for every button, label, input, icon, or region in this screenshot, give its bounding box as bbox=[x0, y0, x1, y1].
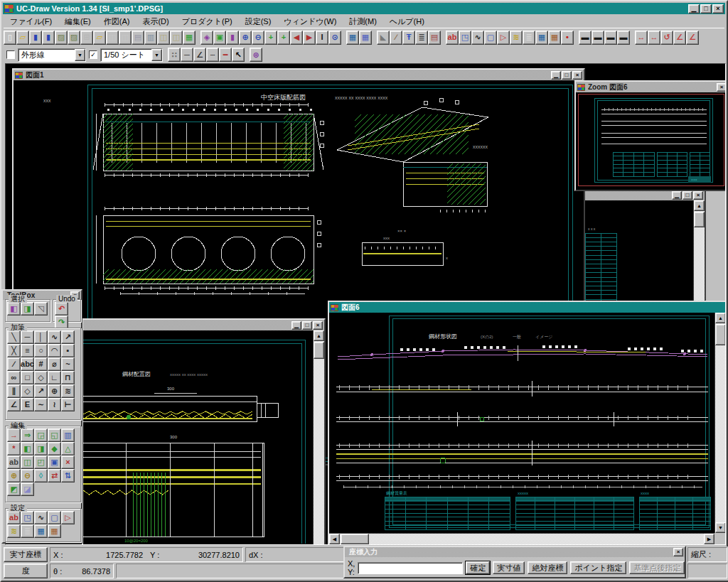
point-specify-button[interactable]: ポイント指定 bbox=[570, 561, 626, 574]
zoom-window-zumen6[interactable]: Zoom 図面6 × ××× bbox=[574, 80, 726, 191]
zoom-sheet-button[interactable]: ⊙ bbox=[328, 31, 341, 45]
window-settings-button[interactable]: ◳ bbox=[459, 31, 471, 45]
small-table-button[interactable]: ▦ bbox=[535, 31, 548, 45]
settings-table-button[interactable]: ▦ bbox=[34, 524, 48, 538]
open-sheet-button[interactable]: ▱ bbox=[93, 31, 106, 45]
zoom-fit-button[interactable]: + bbox=[277, 31, 290, 45]
edit-explode-button[interactable]: * bbox=[7, 442, 21, 456]
menu-item[interactable]: プロダクト(P) bbox=[176, 16, 239, 28]
close-button[interactable]: × bbox=[712, 4, 724, 14]
scrollbar-thumb[interactable] bbox=[314, 342, 324, 359]
edit-copy-button[interactable]: ⇒ bbox=[21, 429, 34, 442]
undo-button[interactable]: ↶ bbox=[55, 302, 68, 316]
layer-checkbox[interactable] bbox=[6, 50, 15, 59]
draw-line-button[interactable]: ╲ bbox=[7, 330, 21, 344]
edit-properties-button[interactable]: ▣ bbox=[48, 456, 61, 469]
zoom-extents-button[interactable]: + bbox=[264, 31, 277, 45]
export-drawing-button[interactable]: ▨ bbox=[68, 31, 80, 45]
menu-item[interactable]: ファイル(F) bbox=[4, 16, 58, 28]
snap-grid-button[interactable]: ∷ bbox=[168, 48, 181, 62]
close-button[interactable]: × bbox=[673, 548, 683, 556]
edit-trim-button[interactable]: ◨ bbox=[34, 442, 48, 456]
point-button[interactable]: • bbox=[561, 31, 574, 45]
angle-mode-button[interactable]: 度 bbox=[4, 564, 48, 578]
chevron-down-icon[interactable]: ▼ bbox=[75, 49, 85, 61]
zoom-next-button[interactable]: ▶ bbox=[303, 31, 316, 45]
draw-balloon-button[interactable]: # bbox=[34, 357, 48, 371]
snap-endpoint-button[interactable]: ─ bbox=[181, 48, 193, 62]
menu-item[interactable]: 編集(E) bbox=[58, 16, 97, 28]
draw-channel-button[interactable]: ⊓ bbox=[61, 371, 75, 384]
zumen1-titlebar[interactable]: 図面1 ▁ □ × bbox=[14, 70, 584, 80]
dialog-titlebar[interactable]: 座標入力 × bbox=[345, 547, 685, 557]
table-edit-button[interactable]: ▦ bbox=[346, 31, 359, 45]
close-button[interactable]: × bbox=[717, 83, 726, 92]
close-button[interactable]: × bbox=[313, 321, 323, 330]
import-drawing-button[interactable]: ▨ bbox=[55, 31, 68, 45]
edit-move-button[interactable]: → bbox=[7, 429, 21, 442]
actual-value-button[interactable]: 実寸値 bbox=[493, 561, 525, 574]
edit-extend-button[interactable]: ◆ bbox=[48, 442, 61, 456]
dimension-v-button[interactable]: ↔ bbox=[648, 31, 660, 45]
draw-angle-button[interactable]: ∠ bbox=[7, 398, 21, 411]
vertical-scrollbar[interactable]: ▲ ▼ bbox=[714, 313, 726, 533]
draw-text-button[interactable]: abc bbox=[21, 357, 34, 371]
snap-nearest-button[interactable]: ━ bbox=[219, 48, 232, 62]
draw-e-shape-button[interactable]: E bbox=[21, 398, 34, 411]
menu-item[interactable]: 計測(M) bbox=[343, 16, 383, 28]
close-button[interactable]: × bbox=[572, 71, 582, 80]
scrollbar-thumb[interactable] bbox=[694, 212, 705, 227]
scroll-right-icon[interactable]: ▶ bbox=[704, 534, 714, 544]
page-transfer-button[interactable]: ▷ bbox=[497, 31, 510, 45]
zumen6-titlebar[interactable]: 図面6 bbox=[329, 302, 726, 313]
save-button[interactable]: ▮ bbox=[29, 31, 42, 45]
zoom-area-button[interactable]: ▮ bbox=[226, 31, 239, 45]
dimension-h-button[interactable]: ↔ bbox=[635, 31, 648, 45]
zoom-prev-button[interactable]: ◀ bbox=[290, 31, 303, 45]
draw-multi-hatch-button[interactable]: ≋ bbox=[61, 384, 75, 398]
maximize-button[interactable]: □ bbox=[700, 4, 712, 14]
zumen6-drawing-canvas[interactable]: 鋼材形状図(Xの2)一般イメージ鋼材質量表xxxxxxxxx bbox=[329, 313, 714, 533]
menu-item[interactable]: 設定(S) bbox=[239, 16, 278, 28]
print-settings-button[interactable]: ▤ bbox=[428, 31, 441, 45]
settings-curve-button[interactable]: ∿ bbox=[34, 511, 48, 524]
draw-rect-button[interactable]: □ bbox=[21, 371, 34, 384]
draw-spline-button[interactable]: ~ bbox=[61, 357, 75, 371]
minimize-button[interactable]: ▁ bbox=[551, 71, 561, 80]
scrollbar-thumb[interactable] bbox=[341, 534, 369, 544]
edit-rotate-button[interactable]: ◲ bbox=[34, 429, 48, 442]
edit-text-button[interactable]: ab bbox=[7, 456, 21, 469]
table-add-button[interactable]: ▦ bbox=[183, 31, 196, 45]
xy-coordinate-input[interactable] bbox=[358, 562, 463, 574]
copy-sheet-button[interactable]: ◫ bbox=[106, 31, 119, 45]
building-button[interactable]: ▦ bbox=[548, 31, 561, 45]
sheet-checkbox[interactable]: ✓ bbox=[89, 50, 97, 59]
edit-ungroup-button[interactable]: ⊖ bbox=[21, 469, 34, 483]
bottomleft-drawing-canvas[interactable]: 鋼材配置図xxxxx xx xxxx xxxxx30030010@20=200 bbox=[83, 330, 313, 545]
snap-midpoint-button[interactable]: ┄ bbox=[206, 48, 219, 62]
draw-measure-button[interactable]: ⊕ bbox=[48, 384, 61, 398]
confirm-button[interactable]: 確定 bbox=[466, 561, 490, 574]
layers-color-button[interactable]: ≋ bbox=[510, 31, 523, 45]
settings-layers-button[interactable]: ≣ bbox=[21, 524, 34, 538]
edit-hatch-button[interactable]: ◪ bbox=[21, 483, 34, 496]
pointer-button[interactable]: ↖ bbox=[232, 48, 245, 62]
column-view-button[interactable]: I bbox=[316, 31, 328, 45]
vertical-scrollbar[interactable]: ▲ bbox=[313, 330, 324, 545]
draw-arrow-button[interactable]: ↗ bbox=[61, 330, 75, 344]
window-style-4-button[interactable]: ▬ bbox=[617, 31, 630, 45]
menu-item[interactable]: 作図(A) bbox=[97, 16, 136, 28]
display-settings-button[interactable]: ▢ bbox=[484, 31, 497, 45]
close-button[interactable]: × bbox=[693, 191, 703, 200]
save-as-button[interactable]: ▮ bbox=[42, 31, 55, 45]
zoom-drawing-canvas[interactable]: ××× bbox=[576, 92, 726, 190]
draw-diamond-button[interactable]: ◇ bbox=[21, 384, 34, 398]
draw-arc-button[interactable]: ◠ bbox=[48, 344, 61, 357]
scrollbar-thumb[interactable] bbox=[715, 324, 726, 345]
draw-tjoint-button[interactable]: ⊢ bbox=[61, 398, 75, 411]
settings-layer-colors-button[interactable]: ≋ bbox=[7, 524, 21, 538]
draw-hline-button[interactable]: ─ bbox=[21, 330, 34, 344]
chevron-down-icon[interactable]: ▼ bbox=[151, 49, 162, 61]
sheet-list-button[interactable]: ◫ bbox=[119, 31, 132, 45]
scroll-up-icon[interactable]: ▲ bbox=[715, 313, 726, 323]
